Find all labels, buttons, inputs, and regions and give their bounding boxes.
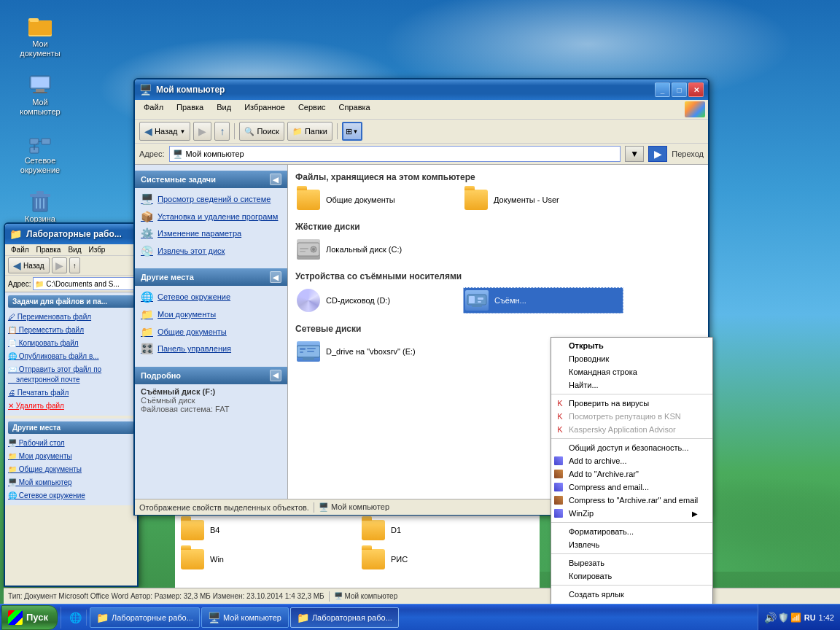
cd-drive-item[interactable]: CD-дисковод (D:) (295, 287, 456, 314)
ctx-copy[interactable]: Копировать (551, 569, 712, 583)
tray-clock[interactable]: 1:42 (819, 613, 834, 622)
tray-icon-3[interactable]: 📶 (790, 612, 801, 623)
go-button[interactable]: ▶ (648, 146, 667, 162)
lab-mydocs[interactable]: 📁 Мои документы (8, 450, 134, 463)
minimize-button[interactable]: _ (655, 82, 670, 97)
ctx-compress-rar-email[interactable]: Compress to "Archive.rar" and email (551, 494, 712, 507)
menu-edit[interactable]: Правка (34, 245, 64, 254)
menu-favorites[interactable]: Избранное (238, 101, 291, 117)
menu-file[interactable]: Файл (138, 101, 169, 117)
desktop: Мои документы Мой компьютер Сетевое окру (0, 0, 840, 630)
collapse-icon[interactable]: ◀ (270, 174, 281, 185)
close-button[interactable]: ✕ (688, 82, 704, 97)
local-drive-c-item[interactable]: Локальный диск (C:) (295, 238, 456, 261)
ie-quicklaunch[interactable]: 🌐 (67, 610, 83, 626)
lab-task-publish[interactable]: 🌐 Опубликовать файл в... (8, 350, 134, 363)
lab-addressbar: Адрес: 📁 C:\Documents and S... (5, 276, 137, 292)
lab-sharedocs[interactable]: 📁 Общие документы (8, 463, 134, 476)
menu-tools[interactable]: Сервис (292, 101, 332, 117)
control-panel-link[interactable]: 🎛️ Панель управления (141, 341, 281, 358)
taskbar-item-lab1[interactable]: 📁 Лабораторные рабо... (90, 607, 200, 628)
forward-button[interactable]: ▶ (193, 122, 211, 141)
addr-dropdown-btn[interactable]: ▼ (625, 146, 644, 162)
shared-docs-item[interactable]: Общие документы (295, 188, 456, 211)
lab-forward-btn[interactable]: ▶ (52, 257, 67, 273)
ctx-explorer[interactable]: Проводник (551, 352, 712, 365)
menu-view[interactable]: Вид (211, 101, 237, 117)
ctx-find[interactable]: Найти... (551, 378, 712, 392)
mydocs-link[interactable]: 📁 Мои документы (141, 306, 281, 324)
other-places-header[interactable]: Другие места ◀ (135, 268, 287, 286)
lab-task-copy[interactable]: 📄 Копировать файл (8, 337, 134, 350)
ctx-eject[interactable]: Извлечь (551, 538, 712, 551)
lab-desktop[interactable]: 🖥️ Рабочий стол (8, 437, 134, 450)
up-button[interactable]: ↑ (214, 122, 230, 141)
lab-tasks-header[interactable]: Задачи для файлов и па... (8, 295, 134, 308)
ctx-winzip[interactable]: WinZip ▶ (551, 507, 712, 520)
ctx-scan-virus[interactable]: K Проверить на вирусы (551, 397, 712, 410)
lab-task-print[interactable]: 🖨 Печатать файл (8, 386, 134, 400)
tray-icon-2[interactable]: 🛡️ (778, 612, 789, 623)
maximize-button[interactable]: □ (672, 82, 687, 97)
desktop-icon-recycle[interactable]: Корзина (15, 190, 66, 224)
taskbar-item-mycomp[interactable]: 🖥️ Мой компьютер (201, 607, 289, 628)
folder-d1[interactable]: D1 (360, 518, 535, 542)
removable-drive-item[interactable]: Съёмн... (463, 287, 623, 314)
folders-button[interactable]: 📁 Папки (287, 122, 332, 141)
ctx-sharing[interactable]: Общий доступ и безопасность... (551, 441, 712, 454)
tray-language[interactable]: RU (804, 613, 816, 622)
view-button[interactable]: ⊞ ▼ (342, 122, 362, 141)
shareddocs-link[interactable]: 📁 Общие документы (141, 324, 281, 341)
address-input[interactable]: 🖥️ Мой компьютер (169, 146, 621, 162)
eject-disk-link[interactable]: 💿 Извлечь этот диск (141, 243, 281, 260)
ctx-cmd[interactable]: Командная строка (551, 365, 712, 378)
ctx-cut[interactable]: Вырезать (551, 556, 712, 569)
lab-other-header[interactable]: Другие места (8, 421, 134, 434)
network-link[interactable]: 🌐 Сетевое окружение (141, 289, 281, 306)
folder-ris[interactable]: РИС (360, 548, 535, 571)
lab-mycomp[interactable]: 🖥️ Мой компьютер (8, 476, 134, 489)
search-label: Поиск (257, 127, 279, 136)
network-drive-item[interactable]: D_drive на "vboxsrv" (E:) (295, 340, 456, 363)
lab-task-rename[interactable]: 🖊 Переименовать файл (8, 311, 134, 324)
start-button[interactable]: Пуск (1, 605, 58, 630)
desktop-icon-network[interactable]: Сетевое окружение (15, 131, 66, 175)
lab-task-move[interactable]: 📋 Переместить файл (8, 324, 134, 337)
lab-addr-input[interactable]: 📁 C:\Documents and S... (33, 277, 134, 290)
lab-task-email[interactable]: ✉️ Отправить этот файл по электронной по… (8, 363, 134, 386)
ctx-create-shortcut[interactable]: Создать ярлык (551, 588, 712, 601)
menu-help[interactable]: Справка (333, 101, 376, 117)
menu-fav[interactable]: Избр (85, 245, 108, 254)
view-system-info-link[interactable]: 🖥️ Просмотр сведений о системе (141, 191, 281, 209)
desktop-icon-my-computer[interactable]: Мой компьютер (15, 73, 66, 117)
back-button[interactable]: ◀ Назад ▼ (139, 122, 190, 141)
search-button[interactable]: 🔍 Поиск (239, 122, 284, 141)
add-remove-programs-link[interactable]: 📦 Установка и удаление программ (141, 209, 281, 226)
change-settings-link[interactable]: ⚙️ Изменение параметра (141, 225, 281, 243)
lab-window-title: Лабораторные рабо... (26, 229, 133, 239)
ctx-format[interactable]: Форматировать... (551, 525, 712, 538)
system-tasks-header[interactable]: Системные задачи ◀ (135, 171, 287, 188)
ctx-add-rar[interactable]: Add to "Archive.rar" (551, 467, 712, 481)
taskbar-item-lab2[interactable]: 📁 Лабораторная рабо... (290, 607, 399, 628)
collapse-icon[interactable]: ◀ (270, 370, 281, 381)
tray-icon-1[interactable]: 🔊 (764, 612, 777, 623)
desktop-icon-my-documents[interactable]: Мои документы (15, 15, 66, 58)
lab-task-delete[interactable]: ✕ Удалить файл (8, 400, 134, 413)
folder-win[interactable]: Win (179, 548, 354, 571)
menu-file[interactable]: Файл (8, 245, 32, 254)
addressbar: Адрес: 🖥️ Мой компьютер ▼ ▶ Переход (135, 144, 708, 165)
collapse-icon[interactable]: ◀ (270, 271, 281, 283)
folder-b4[interactable]: В4 (179, 518, 354, 542)
user-docs-item[interactable]: Документы - User (463, 188, 623, 211)
lab-back-btn[interactable]: ◀ Назад (8, 257, 50, 273)
ctx-compress-email[interactable]: Compress and email... (551, 481, 712, 494)
menu-view[interactable]: Вид (65, 245, 84, 254)
ctx-add-archive[interactable]: Add to archive... (551, 454, 712, 467)
ctx-compress-email-label: Compress and email... (569, 483, 649, 491)
lab-up-btn[interactable]: ↑ (69, 257, 80, 273)
details-header[interactable]: Подробно ◀ (135, 367, 287, 384)
lab-network[interactable]: 🌐 Сетевое окружение (8, 489, 134, 502)
ctx-open[interactable]: Открыть (551, 339, 712, 352)
menu-edit[interactable]: Правка (171, 101, 209, 117)
